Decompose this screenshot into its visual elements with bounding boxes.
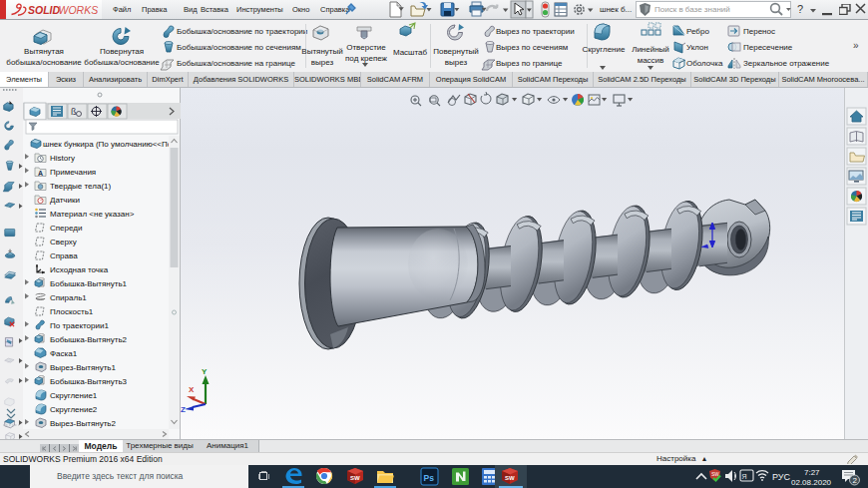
svg-text:Y: Y: [202, 367, 208, 376]
svg-text:Спереди: Спереди: [50, 224, 82, 233]
svg-text:Скругление1: Скругление1: [50, 391, 98, 400]
svg-text:ß: ß: [71, 107, 77, 117]
svg-text:Плоскость1: Плоскость1: [50, 307, 94, 316]
svg-text:A: A: [38, 170, 43, 177]
svg-text:Бобышка-Вытянуть2: Бобышка-Вытянуть2: [50, 335, 128, 344]
svg-text:Ps: Ps: [424, 473, 435, 483]
svg-text:SW: SW: [350, 475, 360, 481]
svg-text:Z: Z: [181, 405, 186, 414]
svg-text:Твердые тела(1): Твердые тела(1): [50, 182, 111, 191]
svg-text:Фаска1: Фаска1: [50, 349, 78, 358]
svg-text:Бобышка-Вытянуть3: Бобышка-Вытянуть3: [50, 377, 128, 386]
svg-text:02.08.2020: 02.08.2020: [791, 478, 832, 487]
svg-text:X: X: [189, 385, 195, 394]
svg-text:Вырез-Вытянуть1: Вырез-Вытянуть1: [50, 363, 116, 372]
svg-text:Я: Я: [742, 473, 747, 480]
svg-text:Вырез-Вытянуть2: Вырез-Вытянуть2: [50, 419, 116, 428]
svg-text:Материал <не указан>: Материал <не указан>: [50, 210, 135, 219]
svg-text:Сверху: Сверху: [50, 238, 77, 246]
svg-text:Справа: Справа: [50, 251, 78, 260]
svg-text:7:27: 7:27: [804, 468, 820, 477]
svg-text:SOLID: SOLID: [28, 4, 61, 16]
svg-text:РУС: РУС: [772, 472, 791, 482]
svg-text:По траектории1: По траектории1: [50, 321, 109, 330]
svg-text:History: History: [50, 154, 75, 163]
svg-text:Исходная точка: Исходная точка: [50, 265, 109, 274]
svg-text:Скругление2: Скругление2: [50, 405, 98, 414]
svg-text:шнек бункира (По умолчанию<<П: шнек бункира (По умолчанию<<По: [43, 140, 173, 149]
svg-text:Спираль1: Спираль1: [50, 293, 87, 302]
svg-text:WORKS: WORKS: [59, 4, 99, 16]
svg-text:SW: SW: [505, 475, 515, 481]
svg-text:2: 2: [853, 476, 858, 485]
svg-text:Датчики: Датчики: [50, 196, 80, 205]
svg-text:Бобышка-Вытянуть1: Бобышка-Вытянуть1: [50, 279, 128, 288]
svg-text:Примечания: Примечания: [50, 168, 96, 177]
